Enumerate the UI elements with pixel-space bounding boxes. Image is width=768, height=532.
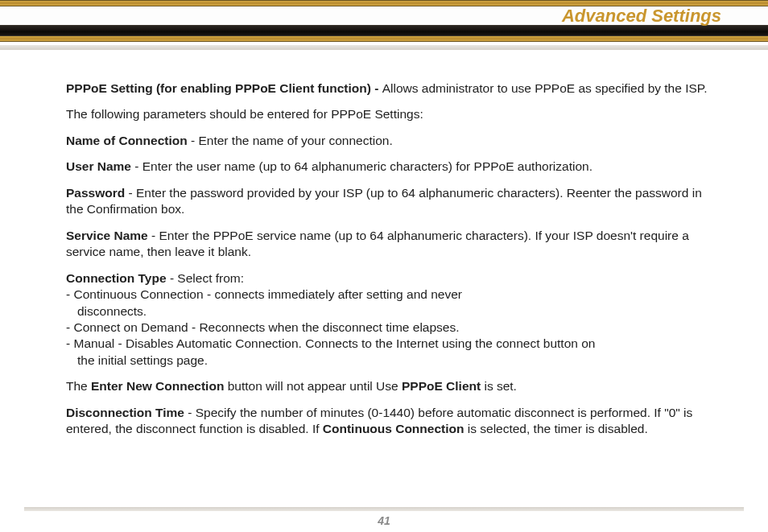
connection-type-header: Connection Type - Select from: xyxy=(66,270,710,287)
conn-type-opt1b: disconnects. xyxy=(66,303,710,320)
disconnection-time: Disconnection Time - Specify the number … xyxy=(66,405,710,438)
footer: 41 xyxy=(0,507,768,532)
content-area: PPPoE Setting (for enabling PPPoE Client… xyxy=(0,50,768,464)
conn-type-opt3: - Manual - Disables Automatic Connection… xyxy=(66,336,710,352)
header-band: Advanced Settings xyxy=(0,0,768,50)
footer-divider xyxy=(24,507,744,511)
name-of-connection-desc: - Enter the name of your connection. xyxy=(188,134,393,147)
name-of-connection-label: Name of Connection xyxy=(66,134,188,147)
lead-text: The following parameters should be enter… xyxy=(66,106,710,122)
connection-type: Connection Type - Select from: - Continu… xyxy=(66,270,710,369)
conn-type-opt3b: the initial settings page. xyxy=(66,353,710,369)
gold-band-bottom xyxy=(0,36,768,42)
pppoe-intro: PPPoE Setting (for enabling PPPoE Client… xyxy=(66,80,710,97)
pppoe-setting-label: PPPoE Setting (for enabling PPPoE Client… xyxy=(66,81,382,95)
title-band: Advanced Settings xyxy=(0,6,768,25)
page-number: 41 xyxy=(0,514,768,532)
pppoe-setting-desc: Allows administrator to use PPPoE as spe… xyxy=(382,81,708,95)
user-name-label: User Name xyxy=(66,159,131,173)
page-title: Advanced Settings xyxy=(562,6,721,27)
disconnection-label: Disconnection Time xyxy=(66,406,184,419)
connection-type-label: Connection Type xyxy=(66,271,167,285)
enter-new-connection: The Enter New Connection button will not… xyxy=(66,378,710,394)
user-name-desc: - Enter the user name (up to 64 alphanum… xyxy=(131,159,593,173)
enter-new-bold1: Enter New Connection xyxy=(91,379,224,393)
password-desc: - Enter the password provided by your IS… xyxy=(66,186,702,216)
conn-type-opt2: - Connect on Demand - Reconnects when th… xyxy=(66,320,710,336)
password-label: Password xyxy=(66,186,125,200)
light-band xyxy=(0,45,768,50)
password: Password - Enter the password provided b… xyxy=(66,185,710,218)
service-name: Service Name - Enter the PPPoE service n… xyxy=(66,228,710,261)
disconnection-post: is selected, the timer is disabled. xyxy=(464,422,647,435)
connection-type-rest: - Select from: xyxy=(167,271,244,285)
service-name-label: Service Name xyxy=(66,229,148,242)
user-name: User Name - Enter the user name (up to 6… xyxy=(66,159,710,175)
enter-new-post: is set. xyxy=(481,379,517,393)
enter-new-bold2: PPPoE Client xyxy=(402,379,481,393)
disconnection-bold2: Continuous Connection xyxy=(323,422,465,435)
dark-band xyxy=(0,25,768,36)
service-name-desc: - Enter the PPPoE service name (up to 64… xyxy=(66,229,689,258)
enter-new-pre: The xyxy=(66,379,91,393)
conn-type-opt1: - Continuous Connection - connects immed… xyxy=(66,287,710,303)
enter-new-mid: button will not appear until Use xyxy=(224,379,402,393)
name-of-connection: Name of Connection - Enter the name of y… xyxy=(66,133,710,149)
